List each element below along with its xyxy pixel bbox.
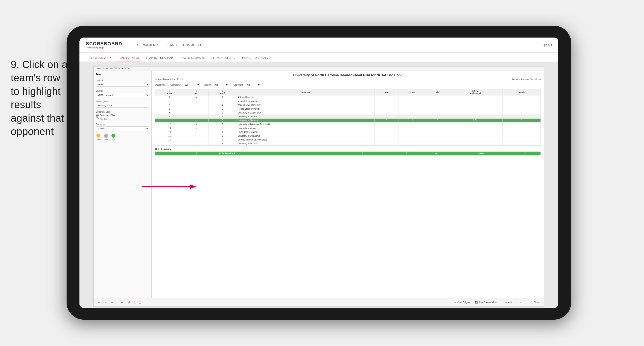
undo-button[interactable]: ↩ xyxy=(97,301,101,304)
col-rank: #Rank xyxy=(155,89,184,95)
legend-down: Down xyxy=(96,134,101,140)
logo-powered: Powered by clippi xyxy=(86,46,122,49)
tab-player-summary[interactable]: PLAYER SUMMARY xyxy=(176,54,208,62)
watch-btn[interactable]: 👁 Watch ▾ xyxy=(504,301,517,304)
redo-button[interactable]: ↪ xyxy=(103,301,108,304)
toolbar-sep-1 xyxy=(117,301,117,304)
legend-up: Up xyxy=(112,134,115,140)
table-header-row: #Rank #Reg #Conf Opponent Win Loss Tie D… xyxy=(155,89,541,95)
top-100-option[interactable]: Top 100 xyxy=(96,117,149,120)
od-reg xyxy=(176,152,196,156)
tablet-shell: SCOREBOARD Powered by clippi TOURNAMENTS… xyxy=(66,26,571,320)
table-row[interactable]: 2-1Auburn University xyxy=(155,95,541,99)
gender-section: Gender Men's xyxy=(96,79,149,87)
legend-up-icon xyxy=(112,134,115,138)
table-row[interactable]: 6-2Florida State University xyxy=(155,107,541,111)
logo-scoreboard: SCOREBOARD xyxy=(86,41,122,46)
table-row[interactable]: 9-3University of Arizona xyxy=(155,115,541,119)
tab-team-summary[interactable]: TEAM SUMMARY xyxy=(86,54,114,62)
sign-out-link[interactable]: Sign out xyxy=(542,43,552,46)
legend-down-icon xyxy=(96,134,100,138)
eye-icon: 👁 xyxy=(454,301,456,304)
tab-team-h2h-heatmap[interactable]: TEAM H2H HEATMAP xyxy=(142,54,176,62)
col-tie: Tie xyxy=(427,89,448,95)
revert-button[interactable]: ↻ xyxy=(110,301,114,304)
table-row[interactable]: 3-2Vanderbilt University xyxy=(155,99,541,103)
od-rounds: 3 xyxy=(511,152,540,156)
left-panel: Team Gender Men's Division NCAA Division… xyxy=(94,71,152,298)
save-custom-btn[interactable]: 💾 Save Custom View xyxy=(474,301,498,304)
overall-record: Overall Record: 89 - 17 - 0 xyxy=(155,78,183,81)
opponents-played-option[interactable]: Opponents Played xyxy=(96,114,149,117)
colour-by-label: Colour by xyxy=(96,123,149,125)
toolbar-controls[interactable]: ⚙ xyxy=(120,301,124,304)
table-row[interactable]: 17-3University of Florida xyxy=(155,142,541,146)
save-custom-label: Save Custom View xyxy=(478,301,496,304)
gender-select[interactable]: Men's xyxy=(96,82,149,87)
legend-level: Level xyxy=(104,134,108,140)
table-row[interactable]: 12-6University of Arkansas, Fayetteville xyxy=(155,122,541,126)
table-row[interactable]: 13-3University of Virginia xyxy=(155,126,541,130)
watch-label: Watch ▾ xyxy=(508,301,516,304)
grid-title: University of North Carolina Head-to-Hea… xyxy=(155,73,541,77)
opponents-played-radio[interactable] xyxy=(96,114,98,117)
tab-player-h2h-grid[interactable]: PLAYER H2H GRID xyxy=(208,54,239,62)
tableau-container: Last Updated: 27/03/2024 16:55:38 Team G… xyxy=(94,66,544,307)
colour-by-select[interactable]: Win/loss xyxy=(96,126,149,131)
col-conf: #Conf xyxy=(209,89,236,95)
logo-area: SCOREBOARD Powered by clippi xyxy=(86,41,122,49)
toolbar-pin[interactable]: 📌 xyxy=(126,301,132,304)
division-record: Division Record: 88 - 17 - 0 xyxy=(512,78,541,81)
nav-teams[interactable]: TEAMS xyxy=(166,43,177,47)
school-input[interactable] xyxy=(96,104,149,108)
division-select[interactable]: NCAA Division I xyxy=(96,93,149,97)
nav-items: TOURNAMENTS TEAMS COMMITTEE xyxy=(135,43,522,47)
od-loss: 0 xyxy=(392,152,421,156)
gender-label: Gender xyxy=(96,79,149,81)
out-of-division-table: NCAA Division II 1 0 0 26.00 3 xyxy=(155,151,541,156)
conference-filter-select[interactable]: (All) xyxy=(182,83,200,87)
table-row[interactable]: 15-2University of Oklahoma xyxy=(155,134,541,138)
tab-team-h2h-grid[interactable]: TEAM H2H GRID xyxy=(114,54,142,62)
school-section: School (Rank) xyxy=(96,100,149,108)
toolbar-extra-1[interactable]: ☍ xyxy=(519,301,524,304)
grid-panel: University of North Carolina Head-to-Hea… xyxy=(152,71,544,298)
opponent-filter-select[interactable]: (All) xyxy=(244,83,261,87)
division-label: Division xyxy=(96,90,149,92)
top-100-radio[interactable] xyxy=(96,117,98,120)
opponents-label: Opponents: xyxy=(155,84,166,86)
save-icon: 💾 xyxy=(475,301,478,304)
instruction-text: 9. Click on a team's row to highlight re… xyxy=(11,58,71,138)
toolbar-sep-3 xyxy=(501,301,501,304)
table-row[interactable]: 16-4Georgia Institute of Technology xyxy=(155,138,541,142)
conference-filter-label: Conference xyxy=(170,84,182,86)
tableau-top-bar: Last Updated: 27/03/2024 16:55:38 xyxy=(94,66,544,71)
out-division-row[interactable]: NCAA Division II 1 0 0 26.00 3 xyxy=(155,152,541,156)
main-content: Last Updated: 27/03/2024 16:55:38 Team G… xyxy=(80,62,558,308)
table-row[interactable]: 11-5University of Alabama3002.618 xyxy=(155,119,541,122)
share-btn[interactable]: Share xyxy=(532,301,541,304)
nav-tournaments[interactable]: TOURNAMENTS xyxy=(135,43,159,47)
col-reg: #Reg xyxy=(184,89,209,95)
top-nav: SCOREBOARD Powered by clippi TOURNAMENTS… xyxy=(80,37,558,52)
od-division: NCAA Division II xyxy=(217,152,362,156)
division-section: Division NCAA Division I xyxy=(96,90,149,97)
tableau-toolbar: ↩ ↪ ↻ ⚙ 📌 ◯ 👁 View: Original 💾 Sa xyxy=(94,298,544,306)
legend-row: Down Level Up xyxy=(96,134,149,140)
last-updated-label: Last Updated: 27/03/2024 16:55:38 xyxy=(96,67,130,70)
nav-committee[interactable]: COMMITTEE xyxy=(183,43,202,47)
col-diff: Diff AvStrokes/Rnd xyxy=(448,89,502,95)
view-original-btn[interactable]: 👁 View: Original xyxy=(453,301,472,304)
od-conf xyxy=(196,152,217,156)
table-row[interactable]: 14-1Texas Tech University xyxy=(155,130,541,134)
col-win: Win xyxy=(374,89,399,95)
toolbar-clock[interactable]: ◯ xyxy=(137,301,142,304)
toolbar-sep-2 xyxy=(134,301,135,304)
table-row[interactable]: 4-1Arizona State University xyxy=(155,103,541,107)
region-filter-select[interactable]: (All) xyxy=(212,83,229,87)
col-loss: Loss xyxy=(399,89,427,95)
toolbar-extra-2[interactable]: ⚚ xyxy=(526,301,530,304)
table-row[interactable]: 8-2University of Washington xyxy=(155,111,541,115)
tab-player-h2h-heatmap[interactable]: PLAYER H2H HEATMAP xyxy=(239,54,276,62)
team-section: Team xyxy=(96,73,149,76)
